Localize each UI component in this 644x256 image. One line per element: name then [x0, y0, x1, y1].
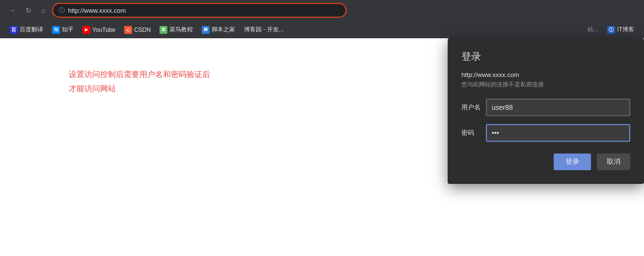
login-dialog: 登录 http://www.xxxx.com 您与此网站的连接不是私密连接 用户…	[448, 38, 644, 184]
refresh-button[interactable]: ↻	[23, 4, 34, 16]
address-bar[interactable]: ⓘ http://www.xxxx.com	[52, 3, 347, 18]
nav-bar: → ↻ ⌂ ⓘ http://www.xxxx.com	[0, 0, 644, 21]
jiaoben-label: 脚本之家	[212, 26, 235, 34]
bookmarks-bar: 百 百度翻译 知 知乎 ▶ YouTube C CSDN 菜 菜鸟教程 脚 脚本…	[0, 21, 644, 38]
username-row: 用户名	[461, 99, 630, 116]
back-button[interactable]: →	[6, 4, 19, 16]
password-label: 密码	[461, 128, 486, 137]
password-row: 密码	[461, 124, 630, 142]
youtube-label: YouTube	[92, 26, 115, 33]
bookmark-caiao[interactable]: 菜 菜鸟教程	[156, 24, 197, 36]
youtube-icon: ▶	[82, 26, 90, 34]
bookmark-zhihu[interactable]: 知 知乎	[48, 24, 78, 36]
it-blog-icon: ⓘ	[607, 26, 615, 34]
page-message-line1: 设置访问控制后需要用户名和密码验证后	[69, 68, 210, 82]
bookmark-bokeyuan[interactable]: 博客园 - 开发...	[240, 24, 288, 36]
dialog-buttons: 登录 取消	[461, 154, 630, 170]
address-text: http://www.xxxx.com	[68, 7, 340, 14]
bookmark-it-blog[interactable]: ⓘ IT博客	[603, 24, 638, 36]
bokeyuan-label: 博客园 - 开发...	[244, 26, 284, 34]
zhihu-icon: 知	[52, 26, 60, 34]
jiaoben-icon: 脚	[202, 26, 210, 34]
cancel-button[interactable]: 取消	[597, 154, 630, 170]
username-label: 用户名	[461, 103, 486, 112]
baidu-label: 百度翻译	[20, 26, 43, 34]
csdn-icon: C	[124, 26, 132, 34]
caiao-icon: 菜	[160, 26, 167, 34]
browser-chrome: → ↻ ⌂ ⓘ http://www.xxxx.com 百 百度翻译 知 知乎 …	[0, 0, 644, 38]
home-button[interactable]: ⌂	[38, 4, 48, 16]
main-content: 设置访问控制后需要用户名和密码验证后 才能访问网站 登录 http://www.…	[0, 38, 644, 256]
username-input[interactable]	[486, 99, 630, 116]
site-other-label: 站...	[588, 26, 598, 34]
bookmark-site-other[interactable]: 站...	[584, 24, 602, 36]
csdn-label: CSDN	[134, 26, 151, 33]
address-info-icon: ⓘ	[59, 6, 65, 15]
dialog-url: http://www.xxxx.com	[461, 71, 630, 78]
it-blog-label: IT博客	[617, 26, 634, 34]
baidu-icon: 百	[10, 26, 18, 34]
bookmark-baidu[interactable]: 百 百度翻译	[6, 24, 47, 36]
zhihu-label: 知乎	[62, 26, 74, 34]
dialog-hint: 您与此网站的连接不是私密连接	[461, 80, 630, 89]
bookmark-jiaoben[interactable]: 脚 脚本之家	[198, 24, 239, 36]
login-button[interactable]: 登录	[554, 154, 591, 170]
caiao-label: 菜鸟教程	[169, 26, 193, 34]
page-message-line2: 才能访问网站	[69, 82, 210, 96]
dialog-title: 登录	[461, 50, 630, 63]
page-message: 设置访问控制后需要用户名和密码验证后 才能访问网站	[0, 68, 210, 96]
bookmark-youtube[interactable]: ▶ YouTube	[79, 24, 119, 36]
bookmark-csdn[interactable]: C CSDN	[120, 24, 155, 36]
password-input[interactable]	[486, 124, 630, 142]
